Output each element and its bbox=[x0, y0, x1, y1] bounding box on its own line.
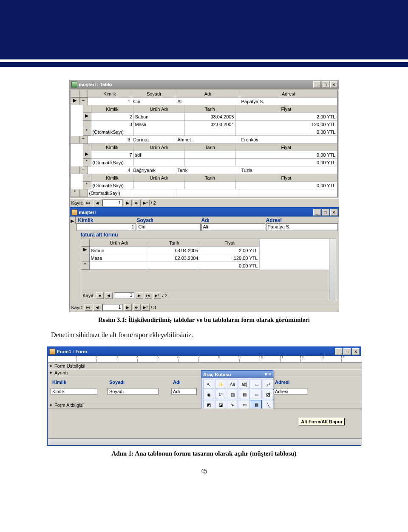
form-icon bbox=[49, 349, 55, 355]
cell-adresi[interactable]: Papatya S. bbox=[240, 98, 337, 105]
scrollbar-vertical[interactable] bbox=[362, 356, 362, 445]
field-adi[interactable]: Ali bbox=[201, 223, 265, 231]
nav-first-button[interactable]: ⏮ bbox=[85, 304, 92, 311]
form-navigator: Kayıt: ⏮ ◀ 1 ▶ ⏭ ▶* / 3 bbox=[70, 303, 339, 312]
table-window: müşteri : Tablo _ □ × Kimlik Soyadı Adı … bbox=[70, 80, 339, 207]
maximize-button[interactable]: □ bbox=[343, 348, 351, 355]
subcol-kimlik[interactable]: Kimlik bbox=[91, 105, 134, 113]
tool-listbox[interactable]: ▤ bbox=[239, 390, 250, 399]
tool-pointer[interactable]: ↖ bbox=[203, 380, 214, 389]
tool-line[interactable]: ╲ bbox=[263, 400, 274, 409]
expand-toggle[interactable]: − bbox=[79, 98, 88, 105]
scrollbar-horizontal[interactable] bbox=[48, 438, 362, 445]
maximize-button[interactable]: □ bbox=[322, 81, 329, 88]
band-form-header[interactable]: ✦ Form Üstbilgisi bbox=[48, 363, 362, 369]
label-adresi[interactable]: Adresi bbox=[273, 379, 307, 386]
col-soyadi[interactable]: Soyadı bbox=[132, 90, 176, 98]
tool-button[interactable]: ▭ bbox=[251, 390, 262, 399]
col-kimlik[interactable]: Kimlik bbox=[88, 90, 132, 98]
expand-toggle[interactable]: − bbox=[79, 166, 88, 174]
detail-section[interactable]: Kimlik Soyadı Adı Adresi Kimlik Soyadı A… bbox=[48, 376, 362, 402]
field-soyadi[interactable]: Cin bbox=[137, 223, 201, 231]
tool-combobox[interactable]: ▥ bbox=[227, 390, 238, 399]
col-adi[interactable]: Adı bbox=[176, 90, 240, 98]
minimize-button[interactable]: _ bbox=[335, 348, 343, 355]
minimize-button[interactable]: _ bbox=[313, 81, 321, 88]
field-kimlik[interactable]: 1 bbox=[76, 223, 136, 231]
nav-new-button[interactable]: ▶* bbox=[142, 304, 150, 311]
arrow-icon: ✦ bbox=[49, 403, 53, 408]
minimize-button[interactable]: _ bbox=[313, 209, 321, 216]
cell-adi[interactable]: Ali bbox=[176, 98, 240, 105]
field-adresi[interactable]: Papatya S. bbox=[266, 223, 338, 231]
tool-textbox[interactable]: ab| bbox=[239, 380, 250, 389]
nav-prev-button[interactable]: ◀ bbox=[94, 304, 101, 311]
col-adresi[interactable]: Adresi bbox=[240, 90, 337, 98]
expand-toggle[interactable]: − bbox=[79, 136, 88, 144]
nav-prev-button[interactable]: ◀ bbox=[105, 292, 113, 299]
footer-section[interactable]: Alt Form/Alt Rapor bbox=[48, 408, 362, 438]
nav-new-button[interactable]: ▶* bbox=[142, 200, 150, 206]
nav-first-button[interactable]: ⏮ bbox=[96, 292, 104, 299]
tool-option-button[interactable]: ◉ bbox=[203, 390, 214, 399]
tool-checkbox[interactable]: ☑ bbox=[215, 390, 226, 399]
figure-2-caption: Adım 1: Ana tablonun formu tasarım olara… bbox=[34, 450, 374, 457]
subcol-urun[interactable]: Ürün Adı bbox=[134, 105, 185, 113]
tool-wizard[interactable]: ✨ bbox=[215, 380, 226, 389]
label-kimlik[interactable]: Kimlik bbox=[51, 379, 97, 386]
label-adi[interactable]: Adı bbox=[171, 379, 197, 386]
arrow-icon: ✦ bbox=[49, 370, 53, 376]
table-icon bbox=[71, 82, 77, 87]
tool-image[interactable]: 🖼 bbox=[263, 390, 274, 399]
subcol-tarih[interactable]: Tarih bbox=[149, 239, 200, 247]
ruler-horizontal bbox=[48, 356, 362, 363]
tool-toggle[interactable]: ⇄ bbox=[263, 380, 274, 389]
nav-position-input[interactable]: 1 bbox=[102, 200, 123, 206]
toolbox-title: Araç Kutusu bbox=[203, 372, 231, 377]
close-button[interactable]: × bbox=[330, 81, 338, 88]
nav-first-button[interactable]: ⏮ bbox=[85, 200, 92, 206]
field-soyadi[interactable]: Soyadı bbox=[108, 388, 159, 395]
window-title: müşteri : Tablo bbox=[79, 82, 112, 87]
page-header-band-thin bbox=[0, 62, 408, 67]
maximize-button[interactable]: □ bbox=[322, 209, 329, 216]
close-button[interactable]: × bbox=[352, 348, 360, 355]
tool-unbound-object[interactable]: ◩ bbox=[203, 400, 214, 409]
row-selector[interactable]: ▶ bbox=[71, 98, 79, 105]
subcol-fiyat[interactable]: Fiyat bbox=[200, 239, 260, 247]
window-title: müşteri bbox=[79, 210, 96, 215]
label-soyadi[interactable]: Soyadı bbox=[108, 379, 159, 386]
toolbox-dropdown-icon[interactable]: ▾ × bbox=[265, 372, 271, 377]
close-button[interactable]: × bbox=[330, 209, 338, 216]
tool-pagebreak[interactable]: ↯ bbox=[227, 400, 238, 409]
field-adi[interactable]: Adı bbox=[171, 388, 197, 395]
nav-next-button[interactable]: ▶ bbox=[124, 200, 132, 206]
cell-soyadi[interactable]: Cin bbox=[132, 98, 176, 105]
nav-new-button[interactable]: ▶* bbox=[153, 292, 161, 299]
tool-bound-object[interactable]: ◪ bbox=[215, 400, 226, 409]
nav-next-button[interactable]: ▶ bbox=[136, 292, 143, 299]
subcol-tarih[interactable]: Tarih bbox=[185, 105, 236, 113]
tool-label[interactable]: Aa bbox=[227, 380, 238, 389]
nav-last-button[interactable]: ⏭ bbox=[144, 292, 152, 299]
tool-subform-subreport[interactable]: ▦ bbox=[251, 400, 262, 409]
figure-2: Form1 : Form _ □ × bbox=[47, 346, 361, 446]
subform-navigator: Kayıt: ⏮ ◀ 1 ▶ ⏭ ▶* / 2 bbox=[81, 291, 329, 300]
titlebar: müşteri _ □ × bbox=[70, 208, 339, 217]
scrollbar-vertical[interactable] bbox=[329, 239, 336, 300]
tool-tab-control[interactable]: ▭ bbox=[239, 400, 250, 409]
nav-last-button[interactable]: ⏭ bbox=[133, 200, 141, 206]
cell-kimlik[interactable]: 1 bbox=[88, 98, 132, 105]
nav-last-button[interactable]: ⏭ bbox=[133, 304, 141, 311]
subcol-urun[interactable]: Ürün Adı bbox=[90, 239, 149, 247]
label-adi: Adı bbox=[201, 217, 265, 223]
record-label: Kayıt: bbox=[71, 200, 83, 205]
subcol-fiyat[interactable]: Fiyat bbox=[236, 105, 337, 113]
field-kimlik[interactable]: Kimlik bbox=[51, 388, 97, 395]
nav-next-button[interactable]: ▶ bbox=[124, 304, 132, 311]
titlebar: müşteri : Tablo _ □ × bbox=[70, 80, 339, 89]
nav-prev-button[interactable]: ◀ bbox=[94, 200, 101, 206]
record-selector[interactable]: ▶ bbox=[70, 217, 76, 224]
tool-option-group[interactable]: ▭ bbox=[251, 380, 262, 389]
field-adresi[interactable]: Adresi bbox=[273, 388, 307, 395]
